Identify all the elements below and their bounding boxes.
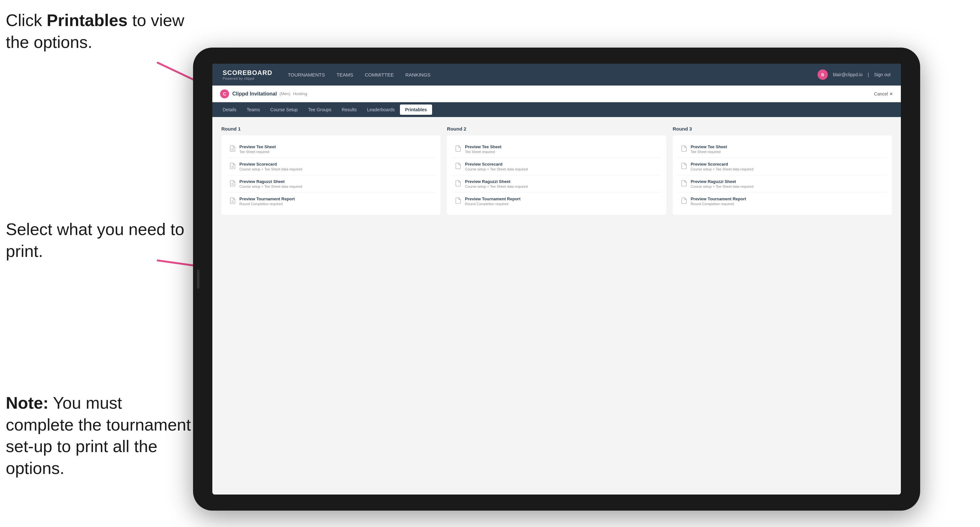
nav-links: TOURNAMENTS TEAMS COMMITTEE RANKINGS [288, 71, 817, 79]
round1-scorecard-name: Preview Scorecard [239, 162, 302, 167]
avatar: B [818, 70, 828, 80]
tournament-name: Clippd Invitational [232, 91, 277, 97]
tab-tee-groups[interactable]: Tee Groups [303, 105, 337, 115]
round2-tee-text: Preview Tee Sheet Tee Sheet required [465, 144, 501, 154]
round-3-card: Preview Tee Sheet Tee Sheet required Pre… [673, 135, 892, 215]
round2-tee-sheet[interactable]: Preview Tee Sheet Tee Sheet required [452, 141, 661, 158]
round2-raguzzi-text: Preview Raguzzi Sheet Course setup + Tee… [465, 179, 528, 189]
brand-sub: Powered by clippd [223, 76, 272, 80]
round-1-title: Round 1 [221, 126, 441, 132]
round3-tee-sheet[interactable]: Preview Tee Sheet Tee Sheet required [678, 141, 887, 158]
round3-raguzzi-name: Preview Raguzzi Sheet [691, 179, 754, 184]
annotation-top: Click Printables to view the options. [6, 10, 192, 53]
round1-tee-req: Tee Sheet required [239, 150, 276, 154]
tab-results[interactable]: Results [337, 105, 362, 115]
nav-teams[interactable]: TEAMS [337, 71, 353, 79]
tab-course-setup[interactable]: Course Setup [265, 105, 303, 115]
round2-scorecard[interactable]: Preview Scorecard Course setup + Tee She… [452, 158, 661, 175]
round3-tee-req: Tee Sheet required [691, 150, 727, 154]
round-1-card: Preview Tee Sheet Tee Sheet required Pre… [221, 135, 441, 215]
document-icon [681, 162, 687, 170]
round-3-title: Round 3 [673, 126, 892, 132]
note-bold: Note: [6, 394, 49, 412]
round2-raguzzi[interactable]: Preview Raguzzi Sheet Course setup + Tee… [452, 175, 661, 193]
round1-scorecard[interactable]: Preview Scorecard Course setup + Tee She… [226, 158, 435, 175]
user-email: blair@clippd.io [833, 72, 862, 77]
document-icon [229, 180, 236, 187]
round3-scorecard-name: Preview Scorecard [691, 162, 754, 167]
round1-report-req: Round Completion required [239, 202, 295, 206]
separator: | [868, 72, 869, 77]
document-icon [229, 145, 236, 152]
round-2-title: Round 2 [447, 126, 666, 132]
round1-tee-sheet[interactable]: Preview Tee Sheet Tee Sheet required [226, 141, 435, 158]
rounds-grid: Round 1 Preview Tee Sheet Tee Sheet requ… [221, 126, 892, 215]
tablet-frame: SCOREBOARD Powered by clippd TOURNAMENTS… [193, 48, 920, 511]
top-nav: SCOREBOARD Powered by clippd TOURNAMENTS… [212, 63, 901, 86]
power-button [197, 270, 199, 289]
nav-right: B blair@clippd.io | Sign out [818, 70, 891, 80]
round2-raguzzi-name: Preview Raguzzi Sheet [465, 179, 528, 184]
round1-report-name: Preview Tournament Report [239, 197, 295, 201]
document-icon [681, 197, 687, 204]
hosting-badge: Hosting [293, 91, 307, 96]
round2-raguzzi-req: Course setup + Tee Sheet data required [465, 184, 528, 189]
round1-scorecard-text: Preview Scorecard Course setup + Tee She… [239, 162, 302, 171]
tournament-logo: C [220, 89, 229, 98]
round1-scorecard-req: Course setup + Tee Sheet data required [239, 167, 302, 171]
round2-scorecard-name: Preview Scorecard [465, 162, 528, 167]
round1-raguzzi[interactable]: Preview Raguzzi Sheet Course setup + Tee… [226, 175, 435, 193]
round2-report-text: Preview Tournament Report Round Completi… [465, 197, 520, 206]
document-icon [681, 145, 687, 152]
document-icon [229, 162, 236, 170]
round2-scorecard-req: Course setup + Tee Sheet data required [465, 167, 528, 171]
round1-tournament-report[interactable]: Preview Tournament Report Round Completi… [226, 193, 435, 210]
round3-report-req: Round Completion required [691, 202, 746, 206]
tournament-type: (Men) [280, 91, 291, 96]
round1-raguzzi-name: Preview Raguzzi Sheet [239, 179, 302, 184]
tab-leaderboards[interactable]: Leaderboards [362, 105, 400, 115]
tablet-screen: SCOREBOARD Powered by clippd TOURNAMENTS… [212, 63, 901, 495]
round3-tournament-report[interactable]: Preview Tournament Report Round Completi… [678, 193, 887, 210]
tournament-header: C Clippd Invitational (Men) Hosting Canc… [212, 86, 901, 102]
round-3-section: Round 3 Preview Tee Sheet Tee Sheet requ… [673, 126, 892, 215]
round-1-section: Round 1 Preview Tee Sheet Tee Sheet requ… [221, 126, 441, 215]
round1-tee-name: Preview Tee Sheet [239, 144, 276, 149]
round1-tee-text: Preview Tee Sheet Tee Sheet required [239, 144, 276, 154]
document-icon [229, 197, 236, 204]
document-icon [681, 180, 687, 187]
nav-rankings[interactable]: RANKINGS [406, 71, 431, 79]
cancel-button[interactable]: Cancel ✕ [874, 91, 893, 97]
annotation-middle: Select what you need to print. [6, 219, 192, 262]
brand: SCOREBOARD Powered by clippd [223, 69, 272, 80]
brand-title: SCOREBOARD [223, 69, 272, 76]
round3-scorecard-req: Course setup + Tee Sheet data required [691, 167, 754, 171]
round2-scorecard-text: Preview Scorecard Course setup + Tee She… [465, 162, 528, 171]
round2-tee-req: Tee Sheet required [465, 150, 501, 154]
printables-bold: Printables [47, 11, 127, 30]
tab-printables[interactable]: Printables [400, 105, 432, 115]
nav-tournaments[interactable]: TOURNAMENTS [288, 71, 325, 79]
sub-nav: Details Teams Course Setup Tee Groups Re… [212, 102, 901, 117]
round3-scorecard[interactable]: Preview Scorecard Course setup + Tee She… [678, 158, 887, 175]
round1-report-text: Preview Tournament Report Round Completi… [239, 197, 295, 206]
round2-report-name: Preview Tournament Report [465, 197, 520, 201]
annotation-bottom: Note: You must complete the tournament s… [6, 392, 192, 479]
round3-report-name: Preview Tournament Report [691, 197, 746, 201]
tab-details[interactable]: Details [218, 105, 242, 115]
round2-tee-name: Preview Tee Sheet [465, 144, 501, 149]
round3-raguzzi-text: Preview Raguzzi Sheet Course setup + Tee… [691, 179, 754, 189]
round3-report-text: Preview Tournament Report Round Completi… [691, 197, 746, 206]
round1-raguzzi-text: Preview Raguzzi Sheet Course setup + Tee… [239, 179, 302, 189]
nav-committee[interactable]: COMMITTEE [365, 71, 394, 79]
round3-tee-name: Preview Tee Sheet [691, 144, 727, 149]
round3-scorecard-text: Preview Scorecard Course setup + Tee She… [691, 162, 754, 171]
round2-tournament-report[interactable]: Preview Tournament Report Round Completi… [452, 193, 661, 210]
tab-teams[interactable]: Teams [242, 105, 265, 115]
round3-raguzzi[interactable]: Preview Raguzzi Sheet Course setup + Tee… [678, 175, 887, 193]
content: Round 1 Preview Tee Sheet Tee Sheet requ… [212, 117, 901, 495]
sign-out-link[interactable]: Sign out [874, 72, 891, 77]
round-2-card: Preview Tee Sheet Tee Sheet required Pre… [447, 135, 666, 215]
round2-report-req: Round Completion required [465, 202, 520, 206]
round1-raguzzi-req: Course setup + Tee Sheet data required [239, 184, 302, 189]
